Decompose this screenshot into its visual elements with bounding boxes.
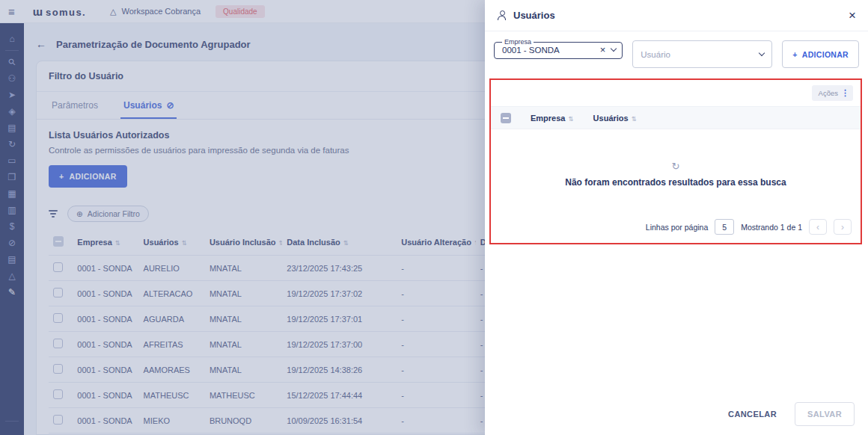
drawer-title: Usuários [513,10,555,21]
cancel-button[interactable]: CANCELAR [728,410,777,419]
drawer-form: Empresa 0001 - SONDA × Usuário + ADICION… [485,31,868,74]
empresa-select[interactable]: Empresa 0001 - SONDA × [494,38,623,59]
close-icon[interactable]: × [849,9,856,22]
chevron-down-icon [759,49,765,55]
refresh-icon: ↻ [672,161,680,172]
drawer-footer: CANCELAR SALVAR [485,393,868,435]
empresa-value: 0001 - SONDA [502,46,600,55]
drawer-add-button-label: ADICIONAR [802,50,849,59]
highlighted-region: Ações ⋮ Empresa⇅Usuários⇅ ↻ Não foram en… [489,78,862,244]
drawer-title-group: Usuários [497,10,555,21]
usuario-placeholder: Usuário [641,50,760,59]
app-window: ≡ ɯ somus. △ Workspace Cobrança Qualidad… [0,0,868,435]
column-header[interactable]: Usuários⇅ [593,114,637,123]
user-icon [497,10,507,20]
drawer-header: Usuários × [485,0,868,31]
save-button[interactable]: SALVAR [795,402,855,426]
rows-per-page-label: Linhas por página [646,223,708,232]
next-page-button[interactable]: › [834,219,852,235]
clear-icon[interactable]: × [600,45,606,55]
empresa-label: Empresa [502,38,534,46]
pagination: Linhas por página 5 Mostrando 1 de 1 ‹ › [491,219,861,235]
rows-per-page-input[interactable]: 5 [715,219,734,235]
actions-row: Ações ⋮ [491,85,861,101]
showing-label: Mostrando 1 de 1 [741,223,802,232]
column-header[interactable]: Empresa⇅ [531,114,574,123]
sort-icon: ⇅ [632,115,637,123]
chevron-down-icon [611,45,617,51]
usuarios-drawer: Usuários × Empresa 0001 - SONDA × Usuári… [485,0,868,435]
empty-state: ↻ Não foram encontrados resultados para … [491,129,861,219]
prev-page-button[interactable]: ‹ [809,219,827,235]
usuario-select[interactable]: Usuário [632,40,772,68]
modal-backdrop[interactable] [0,0,485,435]
empty-message: Não foram encontrados resultados para es… [565,177,786,188]
drawer-table-head-row: Empresa⇅Usuários⇅ [491,106,861,129]
plus-icon: + [792,50,797,59]
select-all-checkbox[interactable] [501,113,511,123]
actions-label: Ações [819,89,838,97]
sort-icon: ⇅ [568,115,573,123]
actions-button[interactable]: Ações ⋮ [812,85,853,101]
kebab-menu-icon: ⋮ [841,88,849,98]
drawer-add-button[interactable]: + ADICIONAR [782,40,859,68]
